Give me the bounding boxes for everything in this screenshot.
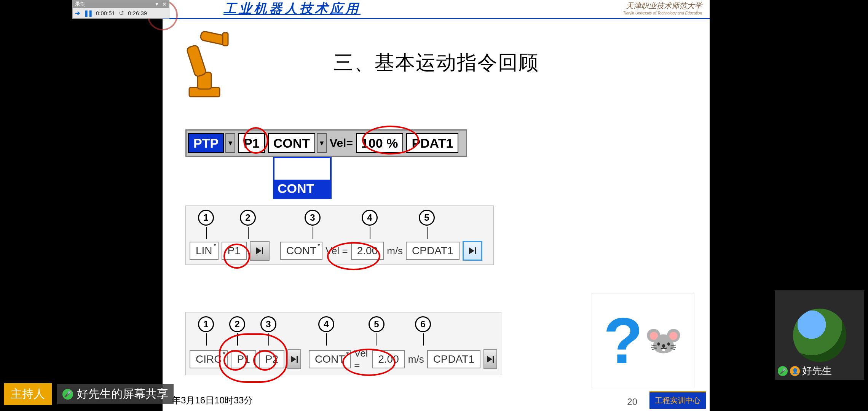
param-bubble: 6 (415, 316, 431, 332)
pdat-field[interactable]: CPDAT1 (406, 242, 459, 260)
motion-type-dropdown-icon[interactable] (225, 133, 235, 153)
pdat-field[interactable]: PDAT1 (406, 133, 458, 153)
svg-marker-5 (256, 247, 262, 254)
param-bubble: 2 (240, 210, 256, 226)
cont-dropdown-icon[interactable] (317, 133, 327, 153)
expand-button[interactable] (463, 241, 482, 261)
point2-field[interactable]: P2 (259, 350, 284, 368)
participant-name: 好先生 (802, 364, 832, 378)
svg-rect-12 (493, 356, 494, 363)
svg-marker-9 (291, 356, 296, 363)
command-row-ptp: PTP P1 CONT Vel= 100 % PDAT1 (185, 129, 467, 157)
screen-share-text: 好先生的屏幕共享 (77, 386, 168, 402)
recording-menu-dropdown[interactable]: ▼ (155, 2, 159, 7)
host-tag: 主持人 (4, 383, 52, 405)
param-bubble: 5 (369, 316, 385, 332)
svg-rect-8 (475, 247, 476, 254)
vel-label: Vel= (328, 137, 354, 150)
footer-date: 年3月16日10时33分 (172, 394, 253, 406)
question-mark-icon: ? (603, 308, 643, 373)
command-row-circ: 1 2 3 4 5 6 CIRC P1 P2 CONT Vel = 2.00 m… (185, 312, 501, 375)
recording-close-icon[interactable]: ✕ (162, 1, 167, 7)
param-bubble: 1 (198, 210, 214, 226)
user-icon: 👤 (790, 366, 800, 376)
vel-label: Vel = (354, 347, 369, 371)
param-bubble: 3 (305, 210, 321, 226)
motion-type-select[interactable]: PTP (188, 133, 224, 153)
university-name-en: Tianjin University of Technology and Edu… (623, 11, 702, 15)
question-illustration: ? 🐭 (592, 293, 694, 388)
cont-select[interactable]: CONT (280, 242, 322, 260)
svg-rect-4 (223, 33, 228, 46)
param-bubble: 3 (260, 316, 276, 332)
cont-dropdown-blank-option[interactable] (274, 158, 330, 180)
svg-rect-10 (297, 356, 298, 363)
cont-select[interactable]: CONT (309, 350, 351, 368)
slide-subtitle: 三、基本运动指令回顾 (163, 49, 710, 76)
svg-marker-11 (487, 356, 492, 363)
university-name-cn: 天津职业技术师范大学 (623, 1, 702, 11)
param-bubble: 4 (362, 210, 378, 226)
param-bubble: 4 (318, 316, 334, 332)
recording-pause-icon[interactable]: ❚❚ (84, 10, 92, 17)
participant-name-row: 🎤 👤 好先生 (778, 364, 832, 378)
presentation-slide: 工业机器人技术应用 天津职业技术师范大学 Tianjin University … (163, 0, 710, 411)
mic-active-icon: 🎤 (778, 366, 788, 376)
pdat-field[interactable]: CPDAT1 (427, 350, 480, 368)
point-field[interactable]: P1 (238, 133, 265, 153)
university-name: 天津职业技术师范大学 Tianjin University of Technol… (623, 1, 702, 15)
command-row-lin: 1 2 3 4 5 LIN P1 CONT Vel = 2.00 m/s CPD… (185, 206, 494, 265)
course-title: 工业机器人技术应用 (223, 0, 361, 18)
vel-value-field[interactable]: 100 % (356, 133, 403, 153)
expand-button[interactable] (287, 349, 301, 369)
recording-undo-icon[interactable]: ↺ (119, 9, 124, 17)
vel-value-field[interactable]: 2.00 (372, 350, 405, 368)
recording-toolbar: 录制 ▼ ✕ ➔ ❚❚ 0:00:51 ↺ 0:26:39 (72, 0, 169, 19)
point1-field[interactable]: P1 (231, 350, 256, 368)
mouse-character-icon: 🐭 (645, 323, 683, 358)
point-field[interactable]: P1 (222, 242, 247, 260)
recording-elapsed: 0:00:51 (96, 10, 115, 16)
recording-titlebar[interactable]: 录制 ▼ ✕ (73, 0, 169, 8)
svg-rect-6 (262, 247, 263, 254)
expand-button[interactable] (483, 349, 497, 369)
param-bubble: 2 (229, 316, 245, 332)
screen-share-label: 🎤 好先生的屏幕共享 (57, 384, 174, 404)
vel-label: Vel = (326, 245, 348, 257)
recording-title: 录制 (75, 1, 155, 8)
cont-select[interactable]: CONT (268, 133, 315, 153)
vel-unit: % (386, 136, 398, 151)
expand-button[interactable] (250, 241, 270, 261)
param-bubble: 1 (198, 316, 214, 332)
mic-icon: 🎤 (62, 389, 73, 400)
participant-thumbnail[interactable]: 🎤 👤 好先生 (775, 290, 864, 380)
recording-next-icon[interactable]: ➔ (75, 10, 80, 17)
slide-header: 工业机器人技术应用 天津职业技术师范大学 Tianjin University … (163, 0, 710, 19)
svg-marker-7 (469, 247, 474, 254)
slide-page-number: 20 (627, 397, 637, 407)
motion-type-select[interactable]: LIN (190, 242, 219, 260)
cont-dropdown-cont-option[interactable]: CONT (274, 180, 330, 198)
vel-unit: m/s (408, 354, 424, 365)
cont-dropdown-open: CONT (273, 157, 332, 199)
vel-value-field[interactable]: 2.00 (351, 242, 384, 260)
vel-unit: m/s (387, 245, 403, 257)
vel-value: 100 (361, 136, 383, 151)
param-bubble: 5 (419, 210, 435, 226)
motion-type-select[interactable]: CIRC (190, 350, 228, 368)
participant-avatar (793, 309, 846, 362)
recording-total: 0:26:39 (128, 10, 147, 16)
footer-badge: 工程实训中心 (649, 391, 706, 409)
